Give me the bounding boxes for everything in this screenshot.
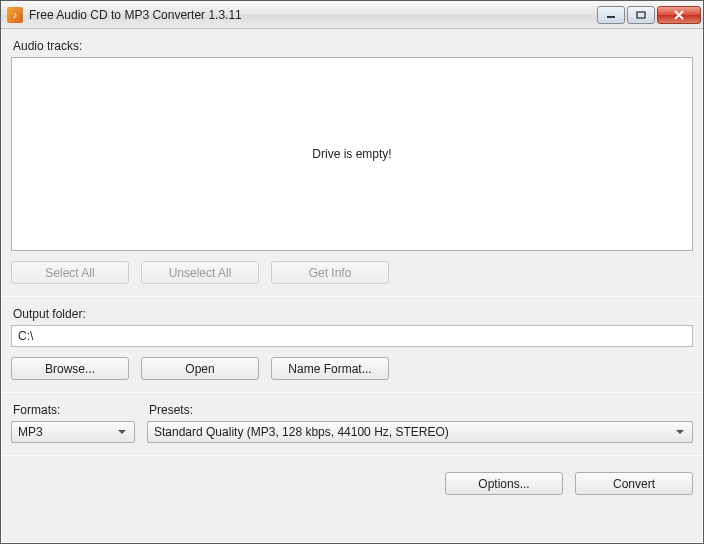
app-icon: ♪: [7, 7, 23, 23]
name-format-button[interactable]: Name Format...: [271, 357, 389, 380]
empty-drive-message: Drive is empty!: [312, 147, 391, 161]
minimize-icon: [606, 11, 616, 19]
audio-tracks-label: Audio tracks:: [13, 39, 693, 53]
divider: [1, 455, 703, 456]
maximize-icon: [636, 11, 646, 19]
output-buttons-row: Browse... Open Name Format...: [11, 357, 693, 380]
unselect-all-button[interactable]: Unselect All: [141, 261, 259, 284]
chevron-down-icon: [672, 422, 688, 442]
divider: [1, 392, 703, 393]
footer-buttons: Options... Convert: [11, 472, 693, 495]
get-info-button[interactable]: Get Info: [271, 261, 389, 284]
titlebar[interactable]: ♪ Free Audio CD to MP3 Converter 1.3.11: [1, 1, 703, 29]
browse-button[interactable]: Browse...: [11, 357, 129, 380]
options-button[interactable]: Options...: [445, 472, 563, 495]
convert-button[interactable]: Convert: [575, 472, 693, 495]
divider: [1, 296, 703, 297]
presets-select[interactable]: Standard Quality (MP3, 128 kbps, 44100 H…: [147, 421, 693, 443]
chevron-down-icon: [114, 422, 130, 442]
formats-label: Formats:: [13, 403, 135, 417]
close-icon: [673, 10, 685, 20]
select-all-button[interactable]: Select All: [11, 261, 129, 284]
minimize-button[interactable]: [597, 6, 625, 24]
app-window: ♪ Free Audio CD to MP3 Converter 1.3.11 …: [0, 0, 704, 544]
formats-select[interactable]: MP3: [11, 421, 135, 443]
formats-column: Formats: MP3: [11, 399, 135, 443]
presets-column: Presets: Standard Quality (MP3, 128 kbps…: [147, 399, 693, 443]
output-folder-label: Output folder:: [13, 307, 693, 321]
svg-rect-1: [637, 12, 645, 18]
window-title: Free Audio CD to MP3 Converter 1.3.11: [29, 8, 597, 22]
formats-selected-value: MP3: [18, 425, 43, 439]
output-folder-input[interactable]: [11, 325, 693, 347]
close-button[interactable]: [657, 6, 701, 24]
presets-selected-value: Standard Quality (MP3, 128 kbps, 44100 H…: [154, 425, 449, 439]
formats-presets-row: Formats: MP3 Presets: Standard Quality (…: [11, 399, 693, 443]
maximize-button[interactable]: [627, 6, 655, 24]
tracks-buttons-row: Select All Unselect All Get Info: [11, 261, 693, 284]
open-button[interactable]: Open: [141, 357, 259, 380]
window-controls: [597, 6, 701, 24]
client-area: Audio tracks: Drive is empty! Select All…: [1, 29, 703, 543]
audio-tracks-list[interactable]: Drive is empty!: [11, 57, 693, 251]
presets-label: Presets:: [149, 403, 693, 417]
